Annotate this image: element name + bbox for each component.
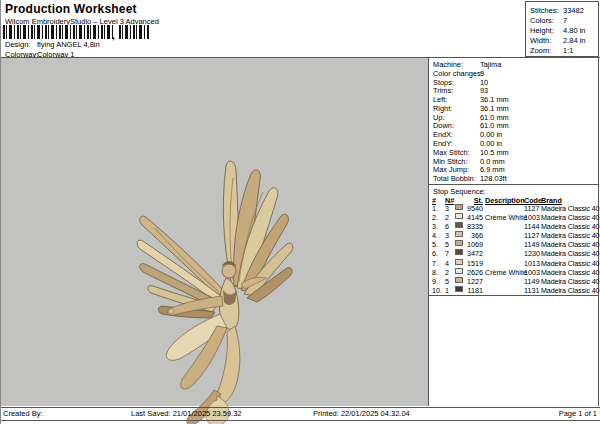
row-num: 8. <box>432 268 438 277</box>
row-needle: 5 <box>445 240 449 249</box>
row-needle: 4 <box>445 259 449 268</box>
row-num: 9. <box>432 277 438 286</box>
design-value: flying ANGEL 4,8in <box>37 40 100 49</box>
row-brand: Madeira Classic 40 <box>541 249 599 258</box>
machine-info-row: Left:36.1 mm <box>433 96 596 105</box>
stop-sequence-row: 8.22626Crème White1003Madeira Classic 40 <box>429 268 598 277</box>
stop-sequence-title: Stop Sequence: <box>433 187 486 196</box>
machine-info-value: 128.03ft <box>480 175 507 184</box>
machine-info-label: Total Bobbin: <box>433 175 480 184</box>
summary-label: Stitches: <box>530 6 563 15</box>
thread-color-swatch <box>455 204 463 210</box>
machine-info-row: Trims:93 <box>433 87 596 96</box>
row-needle: 1 <box>445 286 449 295</box>
row-thread: 1181 <box>464 286 483 295</box>
summary-value: 4.80 in <box>563 26 586 35</box>
stop-sequence-row: 3.683351144Madeira Classic 40 <box>429 222 598 231</box>
design-name-row: Design:flying ANGEL 4,8in <box>5 40 100 49</box>
stop-sequence-row: 10.111811131Madeira Classic 40 <box>429 286 598 295</box>
machine-info-row: Right:36.1 mm <box>433 105 596 114</box>
row-num: 6. <box>432 249 438 258</box>
summary-row-width: Width:2.84 in <box>530 36 598 46</box>
row-thread: 1069 <box>464 240 483 249</box>
row-code: 1127 <box>524 231 539 240</box>
summary-row-zoom: Zoom:1:1 <box>530 46 598 56</box>
machine-info-list: Machine:Tajima Color changes:9 Stops:10 … <box>433 61 596 184</box>
machine-info-row: EndX:0.00 in <box>433 131 596 140</box>
barcode-bars-right <box>119 25 150 39</box>
row-thread: 9540 <box>464 204 483 213</box>
machine-info-row: Color changes:9 <box>433 70 596 79</box>
stop-sequence-row: 5.510691149Madeira Classic 40 <box>429 240 598 249</box>
summary-row-stitches: Stitches:33482 <box>530 6 598 16</box>
thread-color-swatch <box>455 222 463 228</box>
row-needle: 7 <box>445 249 449 258</box>
summary-value: 1:1 <box>563 46 573 55</box>
stop-sequence-table: 1.395401127Madeira Classic 40 2.24145Crè… <box>429 204 598 295</box>
thread-color-swatch <box>455 249 463 255</box>
machine-info-row: Total Bobbin:128.03ft <box>433 175 596 184</box>
row-num: 10. <box>432 286 442 295</box>
stop-sequence-row: 9.512271149Madeira Classic 40 <box>429 277 598 286</box>
row-thread: 366 <box>464 231 483 240</box>
machine-info-row: Down:61.0 mm <box>433 122 596 131</box>
design-preview-area <box>1 58 428 406</box>
row-code: 1149 <box>524 277 539 286</box>
row-code: 1144 <box>524 222 539 231</box>
thread-color-swatch <box>455 231 463 237</box>
row-thread: 1227 <box>464 277 483 286</box>
footer-divider-bottom <box>1 420 600 421</box>
row-code: 1127 <box>524 204 539 213</box>
machine-info-row: Up:61.0 mm <box>433 114 596 123</box>
row-num: 3. <box>432 222 438 231</box>
barcode-bars-left <box>3 25 113 39</box>
row-thread: 2626 <box>464 268 483 277</box>
thread-color-swatch <box>455 286 463 292</box>
row-thread: 3472 <box>464 249 483 258</box>
thread-color-swatch <box>455 277 463 283</box>
stop-sequence-row: 2.24145Crème White1003Madeira Classic 40 <box>429 213 598 222</box>
row-needle: 2 <box>445 268 449 277</box>
row-code: 1003 <box>524 213 540 222</box>
row-brand: Madeira Classic 40 <box>541 222 599 231</box>
row-code: 1131 <box>524 286 539 295</box>
footer-divider-top <box>1 407 600 408</box>
angel-embroidery-image <box>129 156 297 424</box>
footer-printed: Printed: 22/01/2025 04.32.04 <box>313 409 410 418</box>
stop-sequence-row: 7.415191013Madeira Classic 40 <box>429 259 598 268</box>
stop-sequence-row: 1.395401127Madeira Classic 40 <box>429 204 598 213</box>
stop-sequence-row: 6.734721230Madeira Classic 40 <box>429 249 598 258</box>
row-num: 7. <box>432 259 438 268</box>
row-thread: 1519 <box>464 259 483 268</box>
row-num: 2. <box>432 213 438 222</box>
summary-row-colors: Colors:7 <box>530 16 598 26</box>
machine-info-panel: Machine:Tajima Color changes:9 Stops:10 … <box>428 58 599 406</box>
row-description: Crème White <box>485 268 527 277</box>
summary-label: Height: <box>530 26 563 35</box>
row-brand: Madeira Classic 40 <box>541 204 599 213</box>
row-code: 1149 <box>524 240 539 249</box>
production-worksheet-page: Production Worksheet Wilcom EmbroiderySt… <box>0 0 600 424</box>
summary-label: Zoom: <box>530 46 563 55</box>
row-thread: 4145 <box>464 213 483 222</box>
row-num: 1. <box>432 204 438 213</box>
panel-divider <box>429 295 598 296</box>
row-thread: 8335 <box>464 222 483 231</box>
design-label: Design: <box>5 40 37 49</box>
footer-page-number: Page 1 of 1 <box>559 409 597 418</box>
summary-row-height: Height:4.80 in <box>530 26 598 36</box>
row-code: 1013 <box>524 259 540 268</box>
page-title: Production Worksheet <box>5 2 137 16</box>
row-num: 5. <box>432 240 438 249</box>
panel-divider <box>429 184 598 185</box>
row-code: 1230 <box>524 249 540 258</box>
row-needle: 3 <box>445 231 449 240</box>
row-num: 4. <box>432 231 438 240</box>
footer-last-saved: Last Saved: 21/01/2025 23.59.32 <box>131 409 242 418</box>
row-needle: 3 <box>445 204 449 213</box>
thread-color-swatch <box>455 240 463 246</box>
row-brand: Madeira Classic 40 <box>541 286 599 295</box>
machine-info-row: Stops:10 <box>433 79 596 88</box>
row-brand: Madeira Classic 40 <box>541 277 599 286</box>
summary-label: Colors: <box>530 16 563 25</box>
